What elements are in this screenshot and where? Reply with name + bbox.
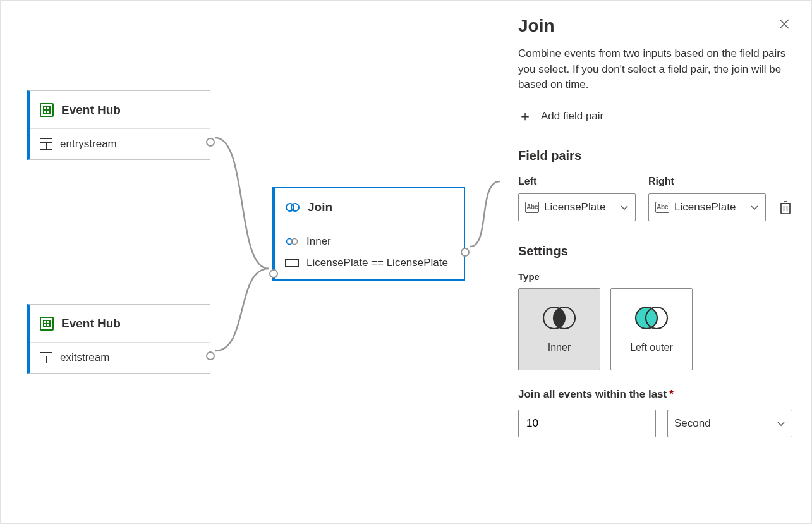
node-name: exitstream <box>60 351 109 364</box>
left-label: Left <box>518 176 636 187</box>
right-field-dropdown[interactable]: Abc LicensePlate <box>648 193 766 221</box>
properties-panel: Join Combine events from two inputs base… <box>499 1 811 523</box>
svg-point-1 <box>291 204 299 211</box>
type-option-label: Left outer <box>630 342 673 353</box>
output-port[interactable] <box>461 248 470 257</box>
add-field-pair-button[interactable]: ＋ Add field pair <box>518 107 603 126</box>
node-header: Event Hub <box>30 91 210 129</box>
table-icon <box>40 138 52 150</box>
required-indicator: * <box>669 388 674 400</box>
right-field-value: LicensePlate <box>674 201 736 214</box>
input-port[interactable] <box>269 269 278 278</box>
close-button[interactable] <box>776 16 792 34</box>
node-type-label: Join <box>308 200 332 214</box>
node-header: Event Hub <box>30 305 210 343</box>
output-port[interactable] <box>206 351 215 360</box>
time-value-input[interactable] <box>518 410 656 437</box>
chevron-down-icon <box>777 419 785 428</box>
section-title: Field pairs <box>518 149 792 163</box>
settings-section: Settings Type Inner <box>518 244 792 437</box>
chevron-down-icon <box>750 203 759 212</box>
join-type-inner[interactable]: Inner <box>518 288 600 370</box>
time-unit-value: Second <box>674 417 711 430</box>
node-body: exitstream <box>30 343 210 373</box>
event-hub-icon <box>40 317 54 331</box>
output-port[interactable] <box>206 138 215 147</box>
close-icon <box>779 18 790 30</box>
delete-pair-button[interactable] <box>779 200 792 215</box>
node-event-hub-entry[interactable]: Event Hub entrystream <box>27 90 210 160</box>
section-title: Settings <box>518 244 792 259</box>
panel-title: Join <box>518 16 555 36</box>
join-expression: LicensePlate == LicensePlate <box>306 257 448 269</box>
node-body: entrystream <box>30 129 210 159</box>
field-pairs-section: Field pairs Left Abc LicensePlate <box>518 149 792 221</box>
venn-left-outer-icon <box>631 305 672 331</box>
type-option-label: Inner <box>548 342 571 353</box>
flow-canvas[interactable]: Event Hub entrystream Event Hub exitstre… <box>1 1 499 523</box>
join-type-left-outer[interactable]: Left outer <box>610 288 693 370</box>
add-field-pair-label: Add field pair <box>541 110 603 123</box>
plus-icon: ＋ <box>518 107 532 126</box>
string-type-icon: Abc <box>655 202 669 213</box>
type-label: Type <box>518 271 792 282</box>
left-field-dropdown[interactable]: Abc LicensePlate <box>518 193 636 221</box>
node-body: Inner LicensePlate == LicensePlate <box>275 226 464 279</box>
node-type-label: Event Hub <box>61 317 121 331</box>
expression-icon <box>285 259 299 267</box>
join-type-icon <box>285 238 299 245</box>
right-label: Right <box>648 176 766 187</box>
time-window-label: Join all events within the last* <box>518 388 792 401</box>
join-kind: Inner <box>306 235 331 248</box>
event-hub-icon <box>40 103 54 117</box>
left-field-value: LicensePlate <box>544 201 605 214</box>
time-unit-dropdown[interactable]: Second <box>667 410 792 437</box>
node-join[interactable]: Join Inner LicensePlate == LicensePlate <box>272 187 465 281</box>
node-type-label: Event Hub <box>61 103 121 117</box>
panel-description: Combine events from two inputs based on … <box>518 46 792 93</box>
node-name: entrystream <box>60 138 117 150</box>
node-event-hub-exit[interactable]: Event Hub exitstream <box>27 304 210 374</box>
venn-inner-icon <box>539 305 579 331</box>
string-type-icon: Abc <box>525 202 539 213</box>
join-icon <box>285 202 300 212</box>
svg-rect-6 <box>781 204 790 214</box>
table-icon <box>40 352 52 363</box>
node-header: Join <box>275 188 464 226</box>
chevron-down-icon <box>620 203 629 212</box>
